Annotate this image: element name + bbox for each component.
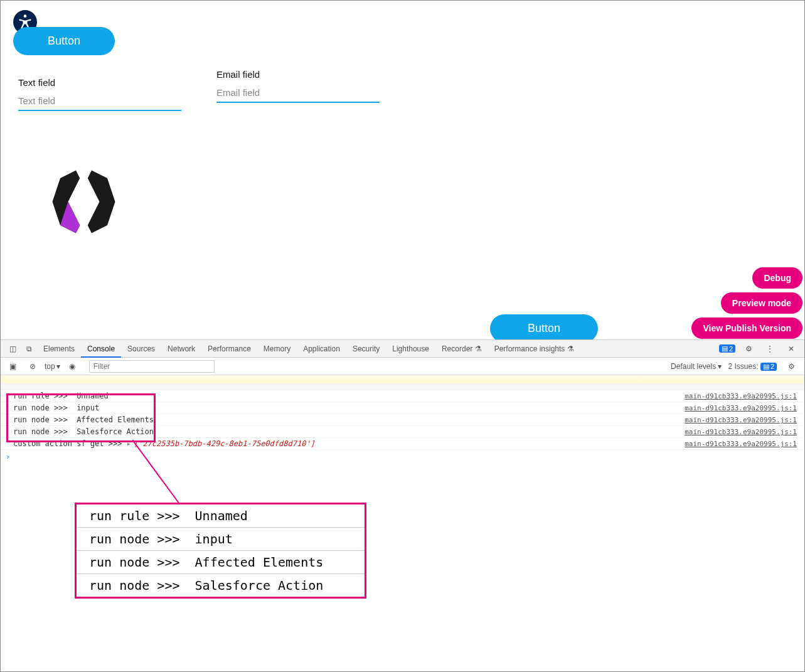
console-output: run rule >>> Unnamedmain-d91cb333.e9a209…: [1, 390, 804, 450]
zoom-row: run node >>> input: [77, 528, 365, 551]
console-prompt[interactable]: ›: [1, 450, 804, 464]
tab-memory[interactable]: Memory: [257, 340, 297, 358]
sidebar-toggle-icon[interactable]: ▣: [7, 362, 18, 371]
tab-security[interactable]: Security: [346, 340, 386, 358]
source-link[interactable]: main-d91cb333.e9a20995.js:1: [685, 404, 797, 412]
tab-perf-insights[interactable]: Performance insights ⚗: [488, 340, 580, 358]
console-row: run node >>> Affected Elementsmain-d91cb…: [1, 414, 804, 426]
secondary-button[interactable]: Button: [490, 314, 598, 343]
text-field-group: Text field: [18, 77, 181, 111]
console-row: run node >>> Salesforce Actionmain-d91cb…: [1, 426, 804, 438]
text-field-label: Text field: [18, 77, 181, 88]
source-link[interactable]: main-d91cb333.e9a20995.js:1: [685, 440, 797, 448]
tab-console[interactable]: Console: [81, 340, 121, 358]
gear-icon[interactable]: ⚙: [743, 344, 754, 353]
messages-badge[interactable]: ▤ 2: [719, 344, 735, 353]
console-row: run node >>> inputmain-d91cb333.e9a20995…: [1, 402, 804, 414]
tab-sources[interactable]: Sources: [121, 340, 161, 358]
debug-button[interactable]: Debug: [752, 267, 802, 289]
source-link[interactable]: main-d91cb333.e9a20995.js:1: [685, 392, 797, 400]
inspect-icon[interactable]: ◫: [7, 344, 18, 353]
action-buttons: Debug Preview mode View Publish Version: [691, 267, 802, 339]
zoom-row: run rule >>> Unnamed: [77, 504, 365, 528]
email-field-label: Email field: [216, 69, 380, 80]
email-field-group: Email field: [216, 69, 380, 103]
svg-point-0: [24, 14, 27, 18]
issues-link[interactable]: 2 Issues: ▤ 2: [728, 362, 777, 371]
device-icon[interactable]: ⧉: [23, 344, 35, 353]
zoom-callout: run rule >>> Unnamed run node >>> input …: [75, 503, 366, 599]
app-logo: [45, 163, 123, 241]
preview-button[interactable]: Preview mode: [721, 292, 802, 314]
source-link[interactable]: main-d91cb333.e9a20995.js:1: [685, 428, 797, 436]
settings-gear-icon[interactable]: ⚙: [786, 362, 797, 371]
main-button[interactable]: Button: [13, 27, 115, 55]
warning-strip: [1, 375, 804, 384]
eye-icon[interactable]: ◉: [67, 362, 78, 371]
devtools-tabs: ◫ ⧉ Elements Console Sources Network Per…: [1, 340, 804, 358]
tab-lighthouse[interactable]: Lighthouse: [386, 340, 435, 358]
source-link[interactable]: main-d91cb333.e9a20995.js:1: [685, 416, 797, 424]
console-toolbar: ▣ ⊘ top ▾ ◉ Default levels ▾ 2 Issues: ▤…: [1, 358, 804, 375]
expand-caret-icon[interactable]: ▸: [127, 439, 131, 448]
tab-elements[interactable]: Elements: [37, 340, 81, 358]
console-row: custom action sf get >>> ▸['27c2535b-7bd…: [1, 438, 804, 450]
filter-input[interactable]: [89, 360, 215, 373]
zoom-row: run node >>> Affected Elements: [77, 551, 365, 574]
tab-performance[interactable]: Performance: [201, 340, 257, 358]
levels-selector[interactable]: Default levels ▾: [671, 362, 722, 371]
tab-recorder[interactable]: Recorder ⚗: [435, 340, 488, 358]
zoom-row: run node >>> Salesforce Action: [77, 574, 365, 597]
gap-strip: [1, 384, 804, 390]
context-selector[interactable]: top ▾: [45, 362, 60, 371]
tab-network[interactable]: Network: [161, 340, 201, 358]
clear-icon[interactable]: ⊘: [27, 362, 38, 371]
tab-application[interactable]: Application: [297, 340, 346, 358]
console-row: run rule >>> Unnamedmain-d91cb333.e9a209…: [1, 390, 804, 402]
close-icon[interactable]: ✕: [786, 344, 797, 353]
view-publish-button[interactable]: View Publish Version: [691, 317, 802, 339]
email-field-input[interactable]: [216, 83, 380, 103]
more-icon[interactable]: ⋮: [764, 344, 776, 353]
text-field-input[interactable]: [18, 92, 181, 111]
